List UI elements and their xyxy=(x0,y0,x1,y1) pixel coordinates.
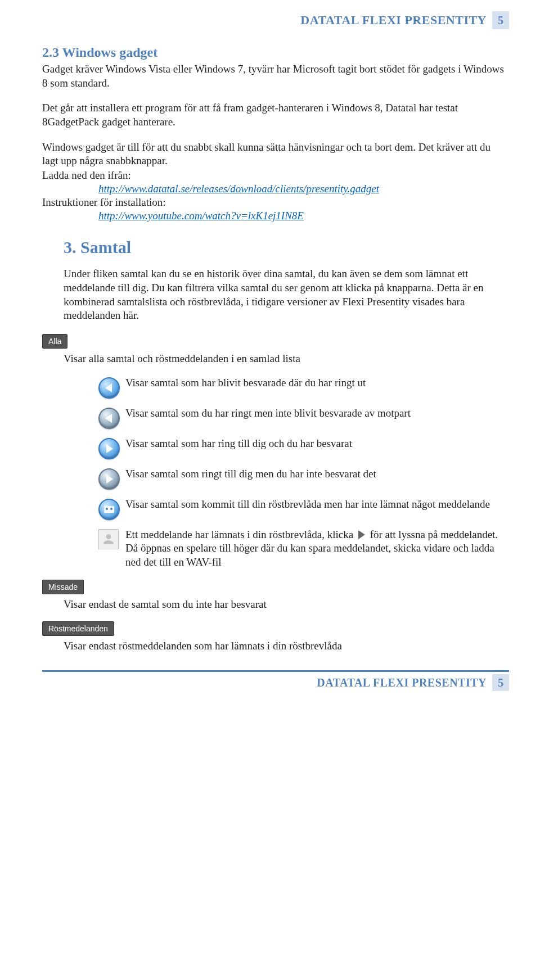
arrow-left-blue-icon xyxy=(98,377,120,399)
row-outgoing-unanswered-text: Visar samtal som du har ringt men inte b… xyxy=(125,407,509,421)
section-2-3-p2: Det går att installera ett program för a… xyxy=(42,101,509,129)
footer-page-number: 5 xyxy=(492,674,509,691)
row-outgoing-answered: Visar samtal som har blivit besvarade dä… xyxy=(98,376,509,399)
arrow-right-blue-icon xyxy=(98,438,120,459)
row-voicemail-message-text-a: Ett meddelande har lämnats i din röstbre… xyxy=(125,529,356,540)
row-incoming-unanswered-text: Visar samtal som ringt till dig men du h… xyxy=(125,467,509,481)
row-outgoing-unanswered: Visar samtal som du har ringt men inte b… xyxy=(98,407,509,429)
voicemail-icon xyxy=(98,499,120,520)
missade-description: Visar endast de samtal som du inte har b… xyxy=(64,598,509,612)
alla-description: Visar alla samtal och röstmeddelanden i … xyxy=(64,352,509,366)
section-2-3-title: 2.3 Windows gadget xyxy=(42,45,509,60)
section-2-3-p1: Gadget kräver Windows Vista eller Window… xyxy=(42,62,509,90)
section-2-3-p3: Windows gadget är till för att du snabbt… xyxy=(42,141,509,168)
download-label: Ladda ned den ifrån: xyxy=(42,169,509,182)
arrow-right-grey-icon xyxy=(98,468,120,490)
header-bar: DATATAL FLEXI PRESENTITY 5 xyxy=(42,11,509,29)
header-title: DATATAL FLEXI PRESENTITY xyxy=(300,13,487,28)
instructions-link[interactable]: http://www.youtube.com/watch?v=lxK1ej1IN… xyxy=(98,210,304,222)
row-incoming-unanswered: Visar samtal som ringt till dig men du h… xyxy=(98,467,509,490)
avatar-icon xyxy=(98,529,119,549)
section-3-title: 3. Samtal xyxy=(64,238,509,257)
rostmedelanden-button[interactable]: Röstmedelanden xyxy=(42,621,114,636)
arrow-left-grey-icon xyxy=(98,408,120,429)
row-voicemail-message: Ett meddelande har lämnats i din röstbre… xyxy=(98,528,509,570)
row-voicemail-no-message: Visar samtal som kommit till din röstbre… xyxy=(98,498,509,520)
header-page-number: 5 xyxy=(492,11,509,29)
row-voicemail-no-message-text: Visar samtal som kommit till din röstbre… xyxy=(125,498,509,512)
instructions-label: Instruktioner för installation: xyxy=(42,196,509,209)
footer-title: DATATAL FLEXI PRESENTITY xyxy=(317,676,487,689)
missade-button[interactable]: Missade xyxy=(42,580,84,594)
download-link[interactable]: http://www.datatal.se/releases/download/… xyxy=(98,183,379,195)
play-icon[interactable] xyxy=(358,530,365,539)
row-outgoing-answered-text: Visar samtal som har blivit besvarade dä… xyxy=(125,376,509,390)
alla-button[interactable]: Alla xyxy=(42,334,68,349)
rostmedelanden-description: Visar endast röstmeddelanden som har läm… xyxy=(64,639,509,653)
section-3-intro: Under fliken samtal kan du se en histori… xyxy=(64,267,509,323)
row-incoming-answered: Visar samtal som har ring till dig och d… xyxy=(98,437,509,459)
row-incoming-answered-text: Visar samtal som har ring till dig och d… xyxy=(125,437,509,451)
row-voicemail-message-text: Ett meddelande har lämnats i din röstbre… xyxy=(125,528,509,570)
footer-bar: DATATAL FLEXI PRESENTITY 5 xyxy=(42,670,509,691)
